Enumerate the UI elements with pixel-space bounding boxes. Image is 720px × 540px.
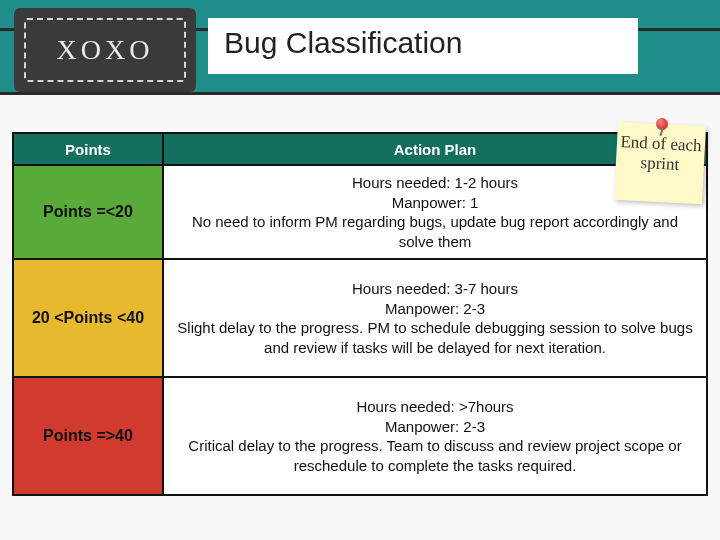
sticky-note: End of each sprint xyxy=(614,122,706,204)
slide-title: Bug Classification xyxy=(208,18,638,68)
table-row: Points =>40 Hours needed: >7hours Manpow… xyxy=(13,377,707,495)
logo-text: XOXO xyxy=(57,34,154,66)
points-label-red: Points =>40 xyxy=(13,377,163,495)
header-rule-bottom xyxy=(0,92,720,95)
table-row: Points =<20 Hours needed: 1-2 hours Manp… xyxy=(13,165,707,259)
table-row: 20 <Points <40 Hours needed: 3-7 hours M… xyxy=(13,259,707,377)
header-points: Points xyxy=(13,133,163,165)
logo-chalkboard: XOXO xyxy=(14,8,196,92)
points-label-green: Points =<20 xyxy=(13,165,163,259)
table-header-row: Points Action Plan xyxy=(13,133,707,165)
action-cell: Hours needed: 3-7 hours Manpower: 2-3 Sl… xyxy=(163,259,707,377)
title-box: Bug Classification xyxy=(208,18,638,74)
action-cell: Hours needed: >7hours Manpower: 2-3 Crit… xyxy=(163,377,707,495)
sticky-text: End of each sprint xyxy=(620,132,702,174)
pin-icon xyxy=(656,118,669,131)
classification-table: Points Action Plan Points =<20 Hours nee… xyxy=(12,132,708,496)
points-label-yellow: 20 <Points <40 xyxy=(13,259,163,377)
